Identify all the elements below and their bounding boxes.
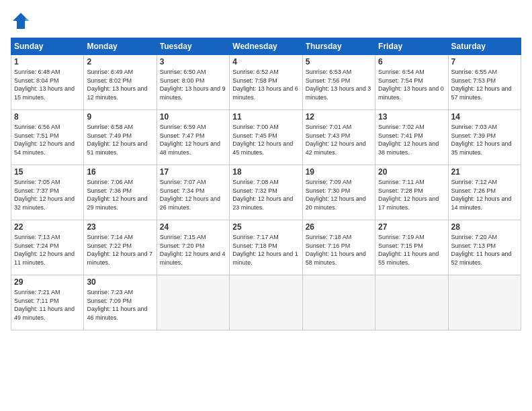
day-info: Sunrise: 7:05 AMSunset: 7:37 PMDaylight:… <box>14 179 75 211</box>
calendar-week-row: 1 Sunrise: 6:48 AMSunset: 8:04 PMDayligh… <box>11 55 521 110</box>
day-number: 21 <box>451 167 518 177</box>
day-number: 5 <box>306 57 372 66</box>
calendar-day-cell: 15 Sunrise: 7:05 AMSunset: 7:37 PMDaylig… <box>11 165 84 220</box>
calendar-week-row: 15 Sunrise: 7:05 AMSunset: 7:37 PMDaylig… <box>11 165 521 220</box>
day-number: 1 <box>14 57 81 66</box>
day-info: Sunrise: 6:58 AMSunset: 7:49 PMDaylight:… <box>87 124 147 156</box>
day-info: Sunrise: 7:17 AMSunset: 7:18 PMDaylight:… <box>232 234 298 266</box>
day-info: Sunrise: 7:09 AMSunset: 7:30 PMDaylight:… <box>306 179 366 211</box>
calendar-day-cell <box>302 275 375 330</box>
day-info: Sunrise: 6:55 AMSunset: 7:53 PMDaylight:… <box>451 68 512 101</box>
day-info: Sunrise: 7:14 AMSunset: 7:22 PMDaylight:… <box>87 234 152 266</box>
calendar-day-cell: 23 Sunrise: 7:14 AMSunset: 7:22 PMDaylig… <box>84 220 157 275</box>
calendar-week-row: 8 Sunrise: 6:56 AMSunset: 7:51 PMDayligh… <box>11 110 521 165</box>
page: SundayMondayTuesdayWednesdayThursdayFrid… <box>0 0 532 337</box>
day-number: 12 <box>306 112 372 122</box>
calendar-day-cell <box>230 275 302 330</box>
day-info: Sunrise: 6:59 AMSunset: 7:47 PMDaylight:… <box>160 124 220 156</box>
day-number: 26 <box>306 222 372 232</box>
calendar-day-cell: 7 Sunrise: 6:55 AMSunset: 7:53 PMDayligh… <box>448 55 521 110</box>
calendar-day-cell <box>375 275 448 330</box>
header <box>11 11 521 31</box>
calendar-day-cell: 18 Sunrise: 7:08 AMSunset: 7:32 PMDaylig… <box>230 165 302 220</box>
day-number: 16 <box>87 167 153 177</box>
day-info: Sunrise: 6:48 AMSunset: 8:04 PMDaylight:… <box>14 68 75 101</box>
calendar-day-cell: 8 Sunrise: 6:56 AMSunset: 7:51 PMDayligh… <box>11 110 84 165</box>
day-info: Sunrise: 6:50 AMSunset: 8:00 PMDaylight:… <box>160 68 226 101</box>
day-info: Sunrise: 7:18 AMSunset: 7:16 PMDaylight:… <box>306 234 366 266</box>
day-number: 13 <box>378 112 445 122</box>
day-number: 15 <box>14 167 81 177</box>
calendar-day-cell: 2 Sunrise: 6:49 AMSunset: 8:02 PMDayligh… <box>84 55 157 110</box>
day-number: 23 <box>87 222 153 232</box>
calendar-day-cell: 5 Sunrise: 6:53 AMSunset: 7:56 PMDayligh… <box>302 55 375 110</box>
logo-icon <box>11 11 31 31</box>
calendar-day-cell: 9 Sunrise: 6:58 AMSunset: 7:49 PMDayligh… <box>84 110 157 165</box>
calendar-day-cell: 20 Sunrise: 7:11 AMSunset: 7:28 PMDaylig… <box>375 165 448 220</box>
weekday-header-cell: Monday <box>84 38 157 55</box>
weekday-header-row: SundayMondayTuesdayWednesdayThursdayFrid… <box>11 38 521 55</box>
day-info: Sunrise: 6:53 AMSunset: 7:56 PMDaylight:… <box>306 68 371 101</box>
day-number: 14 <box>451 112 518 122</box>
day-number: 11 <box>232 112 299 122</box>
day-info: Sunrise: 7:15 AMSunset: 7:20 PMDaylight:… <box>160 234 226 266</box>
day-number: 4 <box>232 57 299 66</box>
weekday-header-cell: Wednesday <box>230 38 302 55</box>
weekday-header-cell: Sunday <box>11 38 84 55</box>
day-number: 19 <box>306 167 372 177</box>
calendar-day-cell: 10 Sunrise: 6:59 AMSunset: 7:47 PMDaylig… <box>157 110 229 165</box>
day-number: 3 <box>160 57 226 66</box>
calendar-day-cell: 1 Sunrise: 6:48 AMSunset: 8:04 PMDayligh… <box>11 55 84 110</box>
calendar-day-cell: 19 Sunrise: 7:09 AMSunset: 7:30 PMDaylig… <box>302 165 375 220</box>
day-info: Sunrise: 7:07 AMSunset: 7:34 PMDaylight:… <box>160 179 220 211</box>
calendar-day-cell: 24 Sunrise: 7:15 AMSunset: 7:20 PMDaylig… <box>157 220 229 275</box>
weekday-header-cell: Tuesday <box>157 38 229 55</box>
day-info: Sunrise: 7:12 AMSunset: 7:26 PMDaylight:… <box>451 179 512 211</box>
calendar-day-cell: 17 Sunrise: 7:07 AMSunset: 7:34 PMDaylig… <box>157 165 229 220</box>
day-number: 25 <box>232 222 299 232</box>
calendar-day-cell: 13 Sunrise: 7:02 AMSunset: 7:41 PMDaylig… <box>375 110 448 165</box>
day-number: 2 <box>87 57 153 66</box>
weekday-header-cell: Thursday <box>302 38 375 55</box>
day-info: Sunrise: 6:52 AMSunset: 7:58 PMDaylight:… <box>232 68 298 101</box>
calendar-day-cell: 28 Sunrise: 7:20 AMSunset: 7:13 PMDaylig… <box>448 220 521 275</box>
day-number: 8 <box>14 112 81 122</box>
day-number: 28 <box>451 222 518 232</box>
calendar-day-cell: 26 Sunrise: 7:18 AMSunset: 7:16 PMDaylig… <box>302 220 375 275</box>
day-number: 9 <box>87 112 153 122</box>
day-number: 18 <box>232 167 299 177</box>
day-info: Sunrise: 7:11 AMSunset: 7:28 PMDaylight:… <box>378 179 439 211</box>
day-number: 24 <box>160 222 226 232</box>
day-number: 20 <box>378 167 445 177</box>
day-info: Sunrise: 7:21 AMSunset: 7:11 PMDaylight:… <box>14 289 75 321</box>
calendar-day-cell: 14 Sunrise: 7:03 AMSunset: 7:39 PMDaylig… <box>448 110 521 165</box>
day-info: Sunrise: 7:06 AMSunset: 7:36 PMDaylight:… <box>87 179 147 211</box>
calendar-day-cell: 21 Sunrise: 7:12 AMSunset: 7:26 PMDaylig… <box>448 165 521 220</box>
day-number: 22 <box>14 222 81 232</box>
calendar-body: 1 Sunrise: 6:48 AMSunset: 8:04 PMDayligh… <box>11 55 521 330</box>
calendar-day-cell: 12 Sunrise: 7:01 AMSunset: 7:43 PMDaylig… <box>302 110 375 165</box>
day-info: Sunrise: 7:02 AMSunset: 7:41 PMDaylight:… <box>378 124 439 156</box>
calendar-day-cell <box>448 275 521 330</box>
calendar-table: SundayMondayTuesdayWednesdayThursdayFrid… <box>11 38 521 330</box>
calendar-day-cell: 22 Sunrise: 7:13 AMSunset: 7:24 PMDaylig… <box>11 220 84 275</box>
calendar-day-cell: 11 Sunrise: 7:00 AMSunset: 7:45 PMDaylig… <box>230 110 302 165</box>
day-info: Sunrise: 6:56 AMSunset: 7:51 PMDaylight:… <box>14 124 75 156</box>
calendar-day-cell: 6 Sunrise: 6:54 AMSunset: 7:54 PMDayligh… <box>375 55 448 110</box>
day-info: Sunrise: 7:03 AMSunset: 7:39 PMDaylight:… <box>451 124 512 156</box>
day-info: Sunrise: 6:54 AMSunset: 7:54 PMDaylight:… <box>378 68 444 101</box>
calendar-day-cell: 16 Sunrise: 7:06 AMSunset: 7:36 PMDaylig… <box>84 165 157 220</box>
day-number: 10 <box>160 112 226 122</box>
day-info: Sunrise: 7:00 AMSunset: 7:45 PMDaylight:… <box>232 124 293 156</box>
day-info: Sunrise: 6:49 AMSunset: 8:02 PMDaylight:… <box>87 68 147 101</box>
calendar-day-cell: 29 Sunrise: 7:21 AMSunset: 7:11 PMDaylig… <box>11 275 84 330</box>
day-info: Sunrise: 7:23 AMSunset: 7:09 PMDaylight:… <box>87 289 147 321</box>
weekday-header-cell: Friday <box>375 38 448 55</box>
day-number: 17 <box>160 167 226 177</box>
day-info: Sunrise: 7:19 AMSunset: 7:15 PMDaylight:… <box>378 234 439 266</box>
weekday-header-cell: Saturday <box>448 38 521 55</box>
day-info: Sunrise: 7:13 AMSunset: 7:24 PMDaylight:… <box>14 234 75 266</box>
calendar-day-cell <box>157 275 229 330</box>
day-info: Sunrise: 7:08 AMSunset: 7:32 PMDaylight:… <box>232 179 293 211</box>
day-number: 7 <box>451 57 518 66</box>
